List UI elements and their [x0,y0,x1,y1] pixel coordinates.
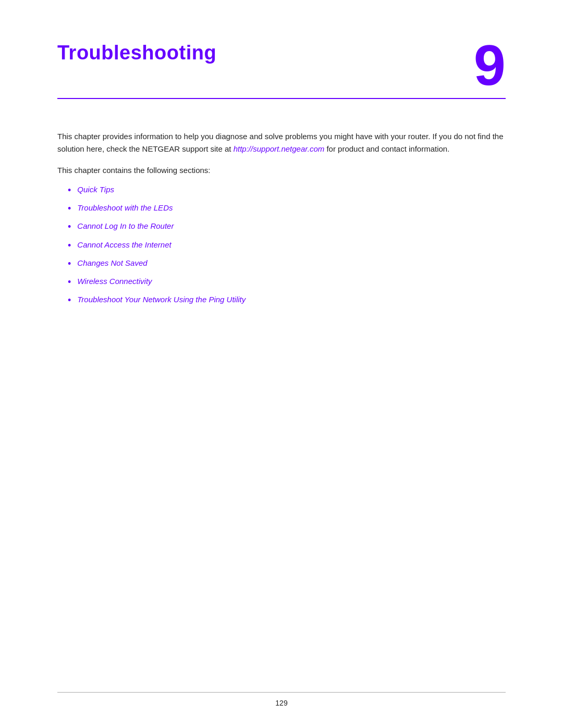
footer-divider [57,692,506,693]
bullet-icon: • [68,294,71,307]
bullet-icon: • [68,239,71,252]
list-item: • Troubleshoot with the LEDs [68,202,506,215]
toc-link-wireless-connectivity[interactable]: Wireless Connectivity [77,276,152,288]
section-intro: This chapter contains the following sect… [57,166,506,175]
title-divider [57,98,506,99]
toc-link-quick-tips[interactable]: Quick Tips [77,184,114,196]
toc-link-troubleshoot-leds[interactable]: Troubleshoot with the LEDs [77,202,173,214]
bullet-icon: • [68,202,71,215]
toc-list: • Quick Tips • Troubleshoot with the LED… [68,184,506,307]
bullet-icon: • [68,276,71,289]
list-item: • Wireless Connectivity [68,276,506,289]
page-container: Troubleshooting 9 This chapter provides … [0,0,563,728]
chapter-title: Troubleshooting [57,42,216,69]
list-item: • Troubleshoot Your Network Using the Pi… [68,294,506,307]
intro-paragraph: This chapter provides information to hel… [57,130,506,155]
list-item: • Cannot Log In to the Router [68,220,506,233]
intro-text-part2: for product and contact information. [324,144,449,153]
bullet-icon: • [68,184,71,197]
toc-link-cannot-log-in[interactable]: Cannot Log In to the Router [77,220,174,232]
toc-link-changes-not-saved[interactable]: Changes Not Saved [77,257,147,269]
chapter-title-block: Troubleshooting [57,42,216,69]
page-footer: 129 [0,692,563,707]
bullet-icon: • [68,257,71,270]
toc-link-cannot-access-internet[interactable]: Cannot Access the Internet [77,239,171,251]
list-item: • Quick Tips [68,184,506,197]
netgear-support-link[interactable]: http://support.netgear.com [234,144,325,153]
chapter-number: 9 [474,36,506,94]
list-item: • Cannot Access the Internet [68,239,506,252]
list-item: • Changes Not Saved [68,257,506,270]
toc-link-ping-utility[interactable]: Troubleshoot Your Network Using the Ping… [77,294,246,306]
page-number: 129 [275,699,287,707]
bullet-icon: • [68,220,71,233]
chapter-header: Troubleshooting 9 [57,42,506,94]
